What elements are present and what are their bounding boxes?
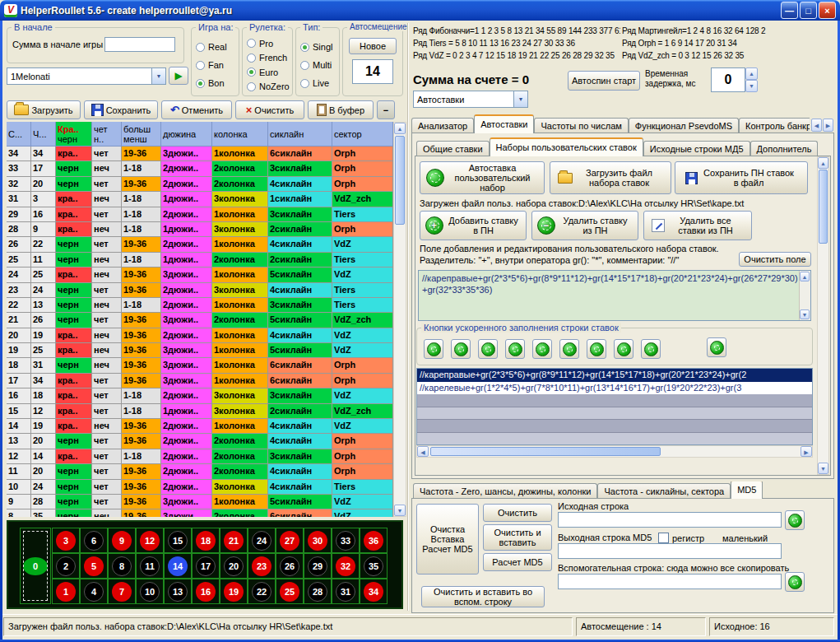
radio-singl[interactable]: Singl [300, 40, 338, 54]
scroll-down-button[interactable]: ▼ [800, 309, 810, 319]
tab-1[interactable]: Частота - Zero, шансы, дюжины, колонки [413, 483, 597, 499]
close-button[interactable]: × [819, 2, 836, 19]
table-row[interactable]: 928чернчет19-363дюжи..1колонка5сиклайнVd… [7, 495, 393, 509]
board-cell-9[interactable]: 9 [108, 528, 136, 553]
scroll-thumb[interactable] [395, 136, 405, 225]
chevron-down-icon[interactable]: ▼ [513, 91, 527, 107]
table-row[interactable]: 1831черннеч19-363дюжи..1колонка6сиклайнO… [7, 358, 393, 373]
board-cell-21[interactable]: 21 [220, 528, 248, 553]
start-spin-button[interactable]: ▶ [169, 67, 188, 85]
table-row[interactable]: 1512кра..чет1-181дюжи..3колонка2сиклайнV… [7, 404, 393, 419]
radio-live[interactable]: Live [300, 76, 338, 91]
register-checkbox[interactable] [658, 533, 669, 543]
table-row[interactable]: 2622чернчет19-362дюжи..1колонка4сиклайнV… [7, 237, 393, 252]
maximize-button[interactable]: □ [800, 2, 817, 19]
table-row[interactable]: 2213черннеч1-182дюжи..1колонка3сиклайнTi… [7, 298, 393, 313]
bets-edit-field[interactable]: //кареправые+gr(2*3*5*6)+gr(8*9*11*12)+g… [418, 270, 811, 321]
board-cell-6[interactable]: 6 [80, 528, 108, 553]
md5-calc-button[interactable]: Расчет MD5 [483, 553, 552, 571]
table-row[interactable]: 1734кра..чет19-363дюжи..1колонка6сиклайн… [7, 374, 393, 388]
board-cell-19[interactable]: 19 [220, 579, 248, 604]
board-cell-18[interactable]: 18 [192, 528, 220, 553]
board-cell-23[interactable]: 23 [248, 553, 276, 579]
table-row[interactable]: 1214кра..чет1-182дюжи..2колонка3сиклайнO… [7, 449, 393, 464]
md5-aux-chip-button[interactable] [785, 572, 805, 592]
board-cell-4[interactable]: 4 [80, 579, 108, 604]
scroll-left-button[interactable]: ◀ [417, 446, 429, 457]
save-bet-set-button[interactable]: Сохранить ПН ставок в файл [675, 161, 808, 194]
titlebar[interactable]: V HelperRoullet 5.6- create helperroulle… [0, 0, 840, 21]
tab-2[interactable]: Наборы пользовательских ставок [490, 137, 643, 156]
radio-euro[interactable]: Euro [247, 65, 291, 80]
table-row[interactable]: 3220чернчет19-362дюжи..2колонка4сиклайнO… [7, 177, 393, 192]
md5-clear-button[interactable]: Очистить [483, 504, 552, 522]
tab-1[interactable]: Анализатор [411, 118, 474, 133]
tab-2[interactable]: Автоставки [474, 114, 534, 133]
board-cell-36[interactable]: 36 [360, 528, 388, 553]
table-row[interactable]: 2019кра..неч19-362дюжи..1колонка4сиклайн… [7, 328, 393, 343]
delay-spinner-value[interactable]: 0 [711, 67, 745, 92]
board-cell-13[interactable]: 13 [164, 579, 192, 604]
board-cell-17[interactable]: 17 [192, 553, 220, 579]
board-cell-5[interactable]: 5 [80, 553, 108, 579]
board-cell-0[interactable]: 0 [20, 528, 51, 604]
board-cell-3[interactable]: 3 [52, 528, 80, 553]
md5-output-input[interactable] [558, 543, 782, 559]
board-cell-25[interactable]: 25 [276, 579, 304, 604]
board-cell-26[interactable]: 26 [276, 553, 304, 579]
tabs-scroll-left-button[interactable]: ◀ [811, 119, 822, 132]
board-cell-16[interactable]: 16 [192, 579, 220, 604]
panel-scrollbar[interactable]: ▲ ▼ [817, 156, 829, 475]
radio-fan[interactable]: Fan [196, 58, 238, 72]
tab-4[interactable]: Дополнитель [750, 141, 819, 156]
board-cell-28[interactable]: 28 [304, 579, 332, 604]
scroll-up-button[interactable]: ▲ [818, 157, 828, 169]
table-row[interactable]: 1024чернчет19-362дюжи..3колонка4сиклайнT… [7, 480, 393, 495]
table-row[interactable]: 835черннеч19-363дюжи..2колонка6сиклайнVd… [7, 509, 393, 517]
scroll-down-button[interactable]: ▼ [818, 463, 828, 474]
board-cell-12[interactable]: 12 [136, 528, 164, 553]
md5-source-chip-button[interactable] [785, 510, 805, 530]
table-row[interactable]: 2916кра..чет1-182дюжи..1колонка3сиклайнT… [7, 207, 393, 222]
radio-pro[interactable]: Pro [247, 36, 291, 51]
board-cell-31[interactable]: 31 [332, 579, 360, 604]
scroll-down-button[interactable]: ▼ [394, 505, 406, 516]
quick-chip-6[interactable] [559, 339, 579, 359]
board-cell-11[interactable]: 11 [136, 553, 164, 579]
tab-5[interactable]: Контроль банкро [739, 118, 810, 133]
board-cell-20[interactable]: 20 [220, 553, 248, 579]
board-cell-34[interactable]: 34 [360, 579, 388, 604]
table-row[interactable]: 2511черннеч1-181дюжи..2колонка2сиклайнTi… [7, 253, 393, 268]
tab-2[interactable]: Частота - сиклайны, сектора [597, 483, 731, 499]
board-cell-22[interactable]: 22 [248, 579, 276, 604]
clear-field-button[interactable]: Очистить поле [739, 252, 811, 267]
table-row[interactable]: 2126чернчет19-363дюжи..2колонка5сиклайнV… [7, 313, 393, 328]
quick-chip-3[interactable] [478, 339, 498, 359]
quick-chip-1[interactable] [424, 339, 443, 359]
load-button[interactable]: Загрузить [7, 100, 81, 119]
list-item[interactable]: //карелевые+gr(1*2*4*5)+gr(7*8*10*11)+gr… [417, 382, 812, 395]
tab-1[interactable]: Общие ставки [416, 141, 490, 156]
table-row[interactable]: 2324чернчет19-362дюжи..3колонка4сиклайнT… [7, 283, 393, 298]
board-cell-24[interactable]: 24 [248, 528, 276, 553]
table-row[interactable]: 1419кра..неч19-362дюжи..1колонка4сиклайн… [7, 419, 393, 434]
new-button[interactable]: Новое [349, 38, 397, 54]
board-cell-7[interactable]: 7 [108, 579, 136, 604]
scroll-up-button[interactable]: ▲ [800, 272, 810, 281]
clear-button[interactable]: ×Очистить [235, 100, 304, 119]
table-row[interactable]: 3317черннеч1-182дюжи..2колонка3сиклайнOr… [7, 161, 393, 176]
save-button[interactable]: Сохранить [84, 100, 158, 119]
scroll-up-button[interactable]: ▲ [394, 123, 406, 134]
autospin-start-button[interactable]: Автоспин старт [568, 71, 640, 91]
start-sum-input[interactable] [104, 37, 175, 52]
board-cell-1[interactable]: 1 [52, 579, 80, 604]
board-cell-15[interactable]: 15 [164, 528, 192, 553]
board-cell-30[interactable]: 30 [304, 528, 332, 553]
minimize-button[interactable]: — [781, 2, 798, 19]
board-cell-32[interactable]: 32 [332, 553, 360, 579]
table-row[interactable]: 1120чернчет19-362дюжи..2колонка4сиклайнO… [7, 464, 393, 479]
chevron-down-icon[interactable]: ▼ [151, 68, 165, 84]
quick-chip-5[interactable] [532, 339, 552, 359]
table-row[interactable]: 1925кра..неч19-363дюжи..1колонка5сиклайн… [7, 343, 393, 358]
table-row[interactable]: 1618кра..чет1-182дюжи..3колонка3сиклайнV… [7, 388, 393, 403]
